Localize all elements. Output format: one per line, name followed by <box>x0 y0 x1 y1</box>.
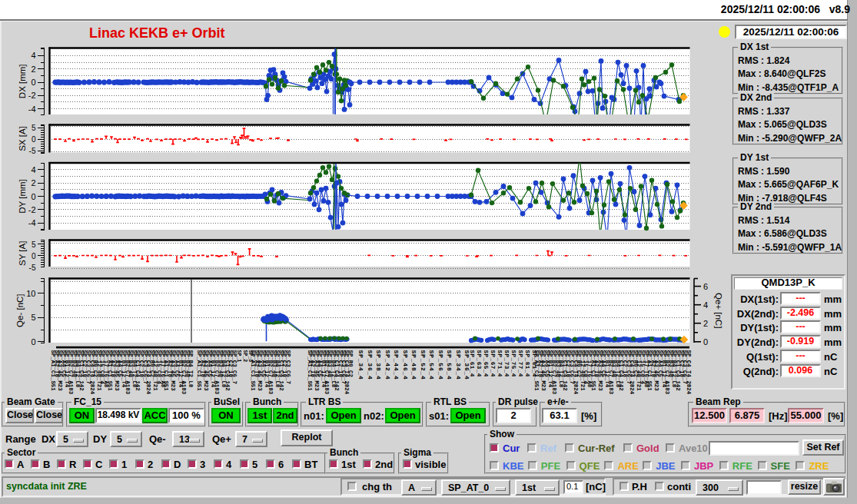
svg-text:SP_36_4: SP_36_4 <box>367 350 374 380</box>
svg-text:SX [A]: SX [A] <box>18 126 27 151</box>
svg-text:SP_81_4: SP_81_4 <box>524 350 530 377</box>
svg-text:-4: -4 <box>28 218 36 227</box>
svg-text:SP_63_4: SP_63_4 <box>476 350 482 377</box>
svg-text:2: 2 <box>31 178 35 187</box>
svg-text:SP_42_4: SP_42_4 <box>384 350 391 380</box>
svg-text:SP_48_4: SP_48_4 <box>410 350 417 380</box>
svg-text:SP_34_4: SP_34_4 <box>357 350 364 380</box>
svg-text:0: 0 <box>31 78 35 87</box>
svg-text:SP_61_4: SP_61_4 <box>469 350 475 377</box>
svg-text:0: 0 <box>32 135 36 144</box>
svg-text:SP_1: SP_1 <box>236 350 241 363</box>
svg-text:5: 5 <box>32 124 36 132</box>
svg-text:SP_73_4: SP_73_4 <box>503 350 510 377</box>
svg-text:-5: -5 <box>29 147 36 155</box>
svg-text:SP_C4_T4_2824: SP_C4_T4_2824 <box>686 350 692 395</box>
svg-text:5: 5 <box>31 313 35 322</box>
svg-text:SP_58_4: SP_58_4 <box>446 350 453 380</box>
svg-text:-2: -2 <box>28 205 36 214</box>
svg-text:Qe- [nC]: Qe- [nC] <box>15 293 25 327</box>
svg-text:SP_C3_C6_7: SP_C3_C6_7 <box>285 350 291 384</box>
svg-text:4: 4 <box>31 51 35 60</box>
svg-text:0: 0 <box>703 337 708 346</box>
svg-text:SP_67_4: SP_67_4 <box>490 350 496 377</box>
svg-text:SP_71_4: SP_71_4 <box>497 350 503 377</box>
svg-text:0: 0 <box>31 337 35 346</box>
svg-text:0: 0 <box>32 252 36 260</box>
svg-text:SP_2: SP_2 <box>242 350 247 363</box>
svg-text:DX [mm]: DX [mm] <box>18 64 27 98</box>
svg-text:SP_B4_T2_L8: SP_B4_T2_L8 <box>188 350 194 388</box>
svg-text:SP_75_4: SP_75_4 <box>510 350 517 377</box>
svg-text:Qe+ [nC]: Qe+ [nC] <box>714 293 723 328</box>
svg-text:-5: -5 <box>29 264 36 272</box>
svg-text:0: 0 <box>31 192 35 201</box>
svg-text:10: 10 <box>26 289 35 298</box>
svg-text:4: 4 <box>31 165 35 174</box>
svg-text:SP_52_4: SP_52_4 <box>420 350 427 380</box>
svg-text:-4: -4 <box>28 104 36 114</box>
svg-text:SY [A]: SY [A] <box>18 241 27 266</box>
svg-text:SP_56_4: SP_56_4 <box>437 350 444 380</box>
svg-text:SP_R0_C2: SP_R0_C2 <box>347 350 354 377</box>
svg-text:-2: -2 <box>28 91 36 100</box>
svg-text:SP_46_4: SP_46_4 <box>402 350 409 380</box>
svg-text:SP_77_4: SP_77_4 <box>517 350 523 377</box>
svg-text:6: 6 <box>703 282 708 291</box>
svg-text:SP_54_4: SP_54_4 <box>428 350 435 380</box>
svg-text:2: 2 <box>31 65 35 74</box>
svg-text:2: 2 <box>703 319 708 328</box>
svg-text:SP_34_4: SP_34_4 <box>455 350 462 380</box>
svg-text:SP_38_4: SP_38_4 <box>375 350 382 380</box>
svg-text:SP_65_4: SP_65_4 <box>483 350 489 377</box>
svg-text:5: 5 <box>32 240 36 249</box>
svg-text:DY [mm]: DY [mm] <box>18 179 27 214</box>
svg-text:SP_44_4: SP_44_4 <box>393 350 400 380</box>
svg-text:4: 4 <box>703 300 708 310</box>
